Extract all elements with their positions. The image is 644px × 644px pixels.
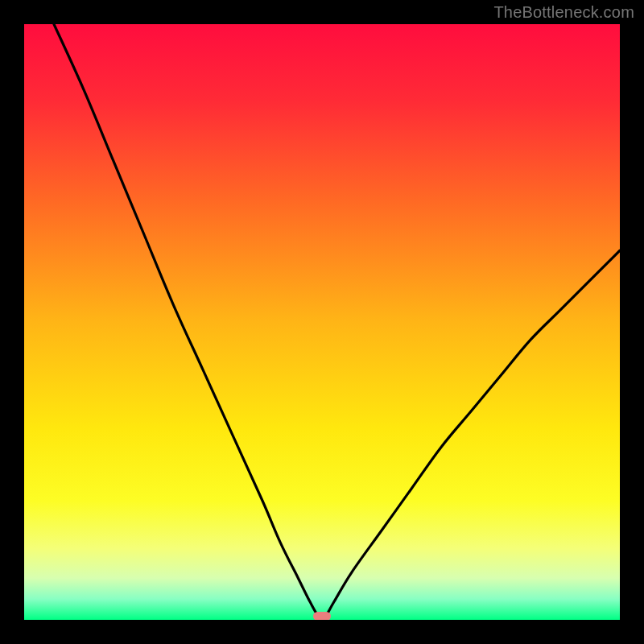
plot-area	[24, 24, 620, 620]
chart-container: TheBottleneck.com	[0, 0, 644, 644]
bottleneck-curve	[54, 24, 620, 619]
watermark-text: TheBottleneck.com	[493, 3, 634, 22]
optimum-marker	[313, 612, 331, 620]
curve-svg	[24, 24, 620, 620]
